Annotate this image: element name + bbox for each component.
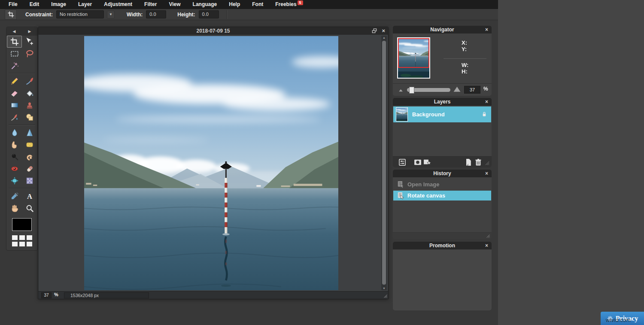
new-layer-icon[interactable] <box>464 158 473 167</box>
color-swatch[interactable] <box>12 235 18 240</box>
tool-eraser[interactable] <box>7 87 22 99</box>
close-icon[interactable]: × <box>485 26 488 33</box>
tool-pencil[interactable] <box>7 75 22 87</box>
history-step-icon <box>397 180 405 188</box>
draw-icon <box>25 113 34 121</box>
menubar: FileEditImageLayerAdjustmentFilterViewLa… <box>0 0 498 9</box>
tool-marquee[interactable] <box>7 48 22 60</box>
zoom-in-icon[interactable] <box>453 85 462 93</box>
color-swatch[interactable] <box>19 235 25 240</box>
zoom-level-field[interactable]: 37 <box>41 292 52 298</box>
chevron-down-icon[interactable]: ▼ <box>107 11 115 18</box>
tool-brush[interactable] <box>22 75 37 87</box>
layer-settings-icon[interactable] <box>398 158 407 167</box>
history-item-rotate-canvas[interactable]: Rotate canvas <box>393 191 491 200</box>
layer-thumbnail[interactable] <box>396 107 408 121</box>
menu-item-layer[interactable]: Layer <box>72 0 98 9</box>
viewport-rectangle[interactable] <box>398 38 429 68</box>
tool-draw[interactable] <box>22 111 37 123</box>
tool-clone-stamp[interactable] <box>22 99 37 111</box>
menu-item-adjustment[interactable]: Adjustment <box>98 0 138 9</box>
history-step-icon <box>397 191 405 200</box>
tool-type[interactable] <box>22 190 37 202</box>
tool-red-eye[interactable] <box>7 163 22 175</box>
zoom-icon <box>25 204 34 213</box>
tool-eyedropper[interactable] <box>7 190 22 202</box>
zoom-value-field[interactable]: 37 <box>464 86 480 94</box>
constraint-select[interactable]: No restriction <box>56 10 104 18</box>
delete-layer-icon[interactable] <box>474 158 483 167</box>
close-icon[interactable]: × <box>485 98 488 106</box>
resize-grip-icon[interactable] <box>485 233 490 238</box>
resize-grip-icon[interactable] <box>484 160 490 166</box>
close-icon[interactable]: × <box>382 27 385 35</box>
height-field[interactable]: 0.0 <box>199 10 219 18</box>
menu-item-image[interactable]: Image <box>45 0 72 9</box>
menu-item-view[interactable]: View <box>163 0 186 9</box>
tool-gradient[interactable] <box>7 99 22 111</box>
color-swatch[interactable] <box>19 242 25 246</box>
w-label: W: <box>462 62 468 68</box>
width-field[interactable]: 0.0 <box>146 10 166 18</box>
color-swatch[interactable] <box>12 242 18 246</box>
tool-fill[interactable] <box>22 87 37 99</box>
restore-window-icon[interactable] <box>371 28 377 34</box>
navigator-thumbnail[interactable] <box>397 37 430 79</box>
scrollbar-thumb[interactable] <box>382 41 386 285</box>
palette-next-arrow-icon[interactable]: ▶ <box>22 29 37 33</box>
crop-icon <box>10 37 19 46</box>
palette-prev-arrow-icon[interactable]: ◀ <box>6 29 22 33</box>
layer-row-background[interactable]: Background <box>393 106 491 122</box>
menu-item-edit[interactable]: Edit <box>24 0 46 9</box>
scroll-up-icon[interactable]: ▲ <box>381 36 387 39</box>
foreground-color-swatch[interactable] <box>12 218 32 231</box>
layer-styles-icon[interactable] <box>423 158 431 167</box>
tool-move[interactable] <box>22 36 37 48</box>
menu-item-language[interactable]: Language <box>187 0 223 9</box>
tool-zoom[interactable] <box>22 202 37 214</box>
tool-sharpen[interactable] <box>22 127 37 139</box>
burn-icon <box>25 152 34 161</box>
history-item-open-image[interactable]: Open Image <box>393 179 491 189</box>
lock-icon[interactable] <box>481 111 488 118</box>
vertical-scrollbar[interactable]: ▲ ▼ <box>381 36 387 290</box>
layer-mask-icon[interactable] <box>413 158 422 167</box>
tool-crop[interactable] <box>7 36 22 48</box>
zoom-out-icon[interactable] <box>398 87 404 93</box>
menu-item-freebies[interactable]: Freebies5 <box>269 0 309 9</box>
menu-item-help[interactable]: Help <box>223 0 246 9</box>
tool-dodge[interactable] <box>7 151 22 163</box>
tool-color-replace[interactable] <box>7 111 22 123</box>
document-title: 2018-07-09 15 <box>38 27 388 35</box>
tool-lasso[interactable] <box>22 48 37 60</box>
menu-item-filter[interactable]: Filter <box>138 0 163 9</box>
menu-item-font[interactable]: Font <box>246 0 269 9</box>
spot-heal-icon <box>25 164 34 173</box>
color-swatch[interactable] <box>27 242 32 246</box>
photo-canvas[interactable] <box>84 36 338 290</box>
tool-blur[interactable] <box>7 127 22 139</box>
navigator-body: X: Y: W: H: 37 % <box>393 33 492 96</box>
tool-palette: ◀ ▶ <box>6 27 38 251</box>
zoom-slider[interactable] <box>407 88 450 92</box>
tool-group-divider <box>9 188 35 189</box>
tool-smudge[interactable] <box>7 139 22 151</box>
resize-grip-icon[interactable] <box>383 293 388 298</box>
tool-hand[interactable] <box>7 202 22 214</box>
zoom-slider-handle[interactable] <box>409 87 414 94</box>
color-swatch[interactable] <box>27 235 32 240</box>
tool-group-divider <box>9 125 35 125</box>
tool-bloat[interactable] <box>7 175 22 187</box>
menu-item-file[interactable]: File <box>3 0 24 9</box>
red-eye-icon <box>10 164 19 173</box>
tool-burn[interactable] <box>22 151 37 163</box>
close-icon[interactable]: × <box>485 242 488 249</box>
tool-sponge[interactable] <box>22 139 37 151</box>
tool-spot-heal[interactable] <box>22 163 37 175</box>
eyedropper-icon <box>10 192 19 200</box>
tool-pinch[interactable] <box>22 175 37 187</box>
document-titlebar[interactable]: 2018-07-09 15 × <box>38 27 388 35</box>
close-icon[interactable]: × <box>485 170 488 177</box>
tool-wand[interactable] <box>7 60 22 72</box>
scroll-down-icon[interactable]: ▼ <box>381 287 387 290</box>
